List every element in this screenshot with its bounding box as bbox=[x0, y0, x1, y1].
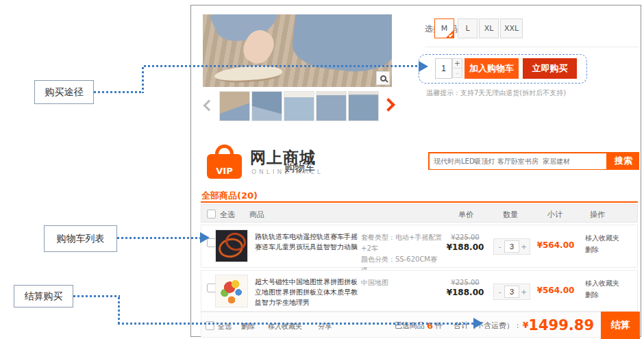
cart-item-image[interactable] bbox=[215, 275, 248, 307]
sandal-shape bbox=[214, 64, 283, 85]
unit-price-cell: ¥225.00 ¥188.00 bbox=[438, 234, 493, 252]
annotation-checkout: 结算购买 bbox=[14, 285, 73, 307]
selected-unit: 件 bbox=[435, 321, 443, 331]
vip-bag-logo-icon: VIP bbox=[205, 145, 243, 179]
size-option-xxl[interactable]: XXL bbox=[500, 18, 523, 38]
annotation-line bbox=[118, 323, 474, 325]
cart-section-title: 全部商品(20) bbox=[201, 190, 258, 202]
size-option-m[interactable]: M bbox=[434, 18, 454, 38]
annotation-line bbox=[94, 91, 143, 93]
select-all-checkbox[interactable] bbox=[207, 210, 216, 218]
unit-price-cell: ¥225.00 ¥188.00 bbox=[438, 279, 493, 297]
chevron-right-icon[interactable] bbox=[382, 98, 395, 112]
current-price: ¥188.00 bbox=[438, 242, 493, 252]
arrow-icon bbox=[200, 232, 210, 243]
annotation-line bbox=[73, 295, 120, 297]
cart-item-row: 超大号磁性中国地图世界拼图拼板立地图世界拼图拼板立体木质早教益智力学生地理男 中… bbox=[201, 270, 638, 312]
quantity-input[interactable] bbox=[504, 286, 519, 298]
product-main-image[interactable] bbox=[203, 14, 392, 87]
size-option-l[interactable]: L bbox=[458, 18, 478, 38]
header-unit-price: 单价 bbox=[458, 210, 473, 220]
quantity-stepper: - + bbox=[493, 284, 530, 300]
page-title: 购物车 bbox=[284, 162, 315, 175]
selected-count: 6 bbox=[427, 321, 433, 331]
minus-button[interactable]: - bbox=[452, 68, 462, 78]
header-product: 商品 bbox=[249, 210, 264, 220]
thumbnail-2[interactable] bbox=[251, 91, 282, 121]
delete-link[interactable]: 删除 bbox=[585, 244, 619, 255]
size-option-label: XXL bbox=[504, 24, 519, 33]
size-option-label: XL bbox=[484, 24, 494, 33]
thumbnail-5[interactable] bbox=[348, 91, 379, 121]
minus-button[interactable]: - bbox=[495, 242, 504, 251]
move-to-favorites-link[interactable]: 移入收藏夹 bbox=[585, 277, 619, 289]
delete-link[interactable]: 删除 bbox=[585, 289, 619, 301]
totals-area: 已选商品 6 件 合计（不含运费）： ¥ 1499.89 bbox=[395, 312, 594, 338]
annotation-line bbox=[144, 65, 419, 67]
chevron-left-icon[interactable] bbox=[203, 100, 215, 112]
header-quantity: 数量 bbox=[503, 210, 518, 220]
move-to-favorites-link[interactable]: 移入收藏夹 bbox=[585, 232, 619, 244]
header-subtotal: 小计 bbox=[547, 210, 562, 220]
arrow-icon bbox=[419, 61, 428, 72]
plus-button[interactable]: + bbox=[519, 288, 528, 297]
thumbnail-3[interactable] bbox=[284, 91, 314, 121]
header-select-all: 全选 bbox=[220, 210, 235, 220]
item-actions: 移入收藏夹 删除 bbox=[585, 232, 619, 255]
header-actions: 操作 bbox=[590, 210, 605, 220]
page: 选择尺码： M L XL XXL + - 加入购物车 立即购买 温馨提示：支持7… bbox=[0, 0, 644, 339]
item-actions: 移入收藏夹 删除 bbox=[585, 277, 619, 301]
search-box bbox=[428, 152, 608, 170]
selected-label: 已选商品 bbox=[395, 321, 425, 331]
spec-line: 中国地图 bbox=[361, 279, 388, 286]
divider bbox=[425, 47, 639, 47]
quantity-input[interactable] bbox=[504, 240, 519, 253]
minus-button[interactable]: - bbox=[495, 288, 504, 297]
annotation-cart-list: 购物车列表 bbox=[44, 225, 117, 252]
cart-table-header: 全选 商品 单价 数量 小计 操作 bbox=[201, 204, 638, 223]
checkout-button[interactable]: 结算 bbox=[601, 312, 640, 339]
magnifier-icon[interactable] bbox=[376, 71, 390, 85]
original-price: ¥225.00 bbox=[438, 234, 493, 241]
currency-symbol: ¥ bbox=[523, 321, 528, 330]
search-button[interactable]: 搜索 bbox=[608, 152, 639, 170]
total-label: 合计（不含运费）： bbox=[454, 321, 521, 331]
cart-item-title[interactable]: 超大号磁性中国地图世界拼图拼板立地图世界拼图拼板立体木质早教益智力学生地理男 bbox=[255, 277, 362, 307]
arrow-icon bbox=[473, 318, 483, 329]
current-price: ¥188.00 bbox=[438, 288, 493, 297]
size-option-xl[interactable]: XL bbox=[479, 18, 499, 38]
annotation-purchase-path: 购买途径 bbox=[34, 80, 94, 104]
plus-button[interactable]: + bbox=[452, 58, 462, 68]
vip-label: VIP bbox=[216, 166, 232, 176]
size-option-label: L bbox=[465, 24, 469, 33]
subtotal-cell: ¥564.00 bbox=[528, 240, 583, 250]
spec-line: 套餐类型：电动+手摇配置+2车 bbox=[361, 234, 442, 252]
subtotal-cell: ¥564.00 bbox=[528, 286, 583, 295]
cart-item-row: 路轨轨道车电动遥控轨道赛车手摇赛道车儿童男孩玩具益智智力动脑 套餐类型：电动+手… bbox=[201, 225, 638, 268]
cart-footer-bar: 全选 删除 移入收藏夹 分享 已选商品 6 件 合计（不含运费）： ¥ 1499… bbox=[201, 312, 640, 338]
return-policy-tip: 温馨提示：支持7天无理由退货(拆封后不支持) bbox=[426, 88, 566, 98]
quantity-stepper: - + bbox=[493, 238, 530, 255]
buy-now-button[interactable]: 立即购买 bbox=[523, 58, 577, 79]
total-amount: 1499.89 bbox=[528, 317, 594, 334]
annotation-line bbox=[118, 297, 120, 325]
thumbnail-4[interactable] bbox=[316, 91, 347, 121]
annotation-line bbox=[117, 237, 201, 239]
plus-button[interactable]: + bbox=[519, 242, 528, 251]
search-input[interactable] bbox=[430, 154, 606, 169]
section-underline bbox=[201, 201, 638, 203]
cart-item-spec: 中国地图 bbox=[361, 277, 443, 288]
thumbnail-1[interactable] bbox=[219, 91, 250, 121]
original-price: ¥225.00 bbox=[438, 279, 493, 286]
quantity-stepper: + - bbox=[452, 58, 462, 79]
quantity-input[interactable] bbox=[435, 58, 452, 79]
cart-item-image[interactable] bbox=[215, 229, 248, 262]
annotation-line bbox=[142, 67, 144, 93]
product-and-cart-panel: 选择尺码： M L XL XXL + - 加入购物车 立即购买 温馨提示：支持7… bbox=[190, 5, 641, 337]
cart-item-title[interactable]: 路轨轨道车电动遥控轨道赛车手摇赛道车儿童男孩玩具益智智力动脑 bbox=[255, 231, 362, 252]
add-to-cart-button[interactable]: 加入购物车 bbox=[465, 58, 519, 79]
